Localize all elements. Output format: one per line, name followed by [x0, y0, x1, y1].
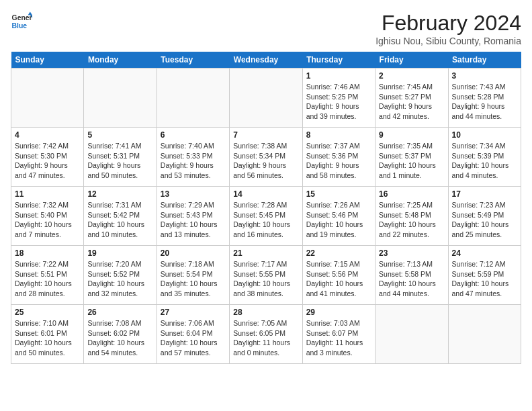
day-number: 27 [161, 308, 226, 317]
svg-text:General: General [12, 14, 32, 21]
day-cell [84, 68, 157, 128]
day-cell: 11Sunrise: 7:32 AMSunset: 5:40 PMDayligh… [11, 187, 84, 246]
day-cell: 18Sunrise: 7:22 AMSunset: 5:51 PMDayligh… [11, 246, 84, 305]
day-info: Sunrise: 7:45 AMSunset: 5:27 PMDaylight:… [379, 82, 444, 122]
day-info: Sunrise: 7:32 AMSunset: 5:40 PMDaylight:… [15, 200, 80, 240]
day-info: Sunrise: 7:15 AMSunset: 5:56 PMDaylight:… [306, 259, 371, 299]
week-row-2: 4Sunrise: 7:42 AMSunset: 5:30 PMDaylight… [11, 128, 521, 187]
svg-text:Blue: Blue [12, 22, 28, 30]
logo: General Blue [11, 11, 32, 32]
day-number: 9 [379, 130, 444, 140]
day-info: Sunrise: 7:03 AMSunset: 6:07 PMDaylight:… [306, 318, 371, 358]
week-row-1: 1Sunrise: 7:46 AMSunset: 5:25 PMDaylight… [11, 68, 521, 128]
day-cell: 2Sunrise: 7:45 AMSunset: 5:27 PMDaylight… [375, 68, 448, 128]
day-cell: 15Sunrise: 7:26 AMSunset: 5:46 PMDayligh… [302, 187, 375, 246]
day-cell: 17Sunrise: 7:23 AMSunset: 5:49 PMDayligh… [448, 187, 521, 246]
day-info: Sunrise: 7:29 AMSunset: 5:43 PMDaylight:… [161, 200, 226, 240]
day-number: 26 [87, 308, 152, 317]
day-number: 24 [452, 248, 517, 258]
day-cell: 6Sunrise: 7:40 AMSunset: 5:33 PMDaylight… [157, 128, 229, 187]
day-info: Sunrise: 7:10 AMSunset: 6:01 PMDaylight:… [15, 318, 80, 358]
day-number: 23 [379, 248, 444, 258]
calendar-body: 1Sunrise: 7:46 AMSunset: 5:25 PMDaylight… [11, 68, 521, 364]
day-number: 17 [452, 189, 517, 199]
month-title: February 2024 [375, 11, 521, 36]
day-info: Sunrise: 7:20 AMSunset: 5:52 PMDaylight:… [87, 259, 152, 299]
day-header-saturday: Saturday [448, 52, 521, 68]
day-header-thursday: Thursday [302, 52, 375, 68]
day-number: 19 [87, 248, 152, 258]
day-number: 2 [379, 71, 444, 81]
day-cell: 10Sunrise: 7:34 AMSunset: 5:39 PMDayligh… [448, 128, 521, 187]
day-number: 12 [87, 189, 152, 199]
day-cell: 13Sunrise: 7:29 AMSunset: 5:43 PMDayligh… [157, 187, 229, 246]
day-info: Sunrise: 7:41 AMSunset: 5:31 PMDaylight:… [87, 141, 152, 181]
day-cell: 22Sunrise: 7:15 AMSunset: 5:56 PMDayligh… [302, 246, 375, 305]
day-info: Sunrise: 7:43 AMSunset: 5:28 PMDaylight:… [452, 82, 517, 122]
day-cell: 19Sunrise: 7:20 AMSunset: 5:52 PMDayligh… [84, 246, 157, 305]
day-number: 14 [233, 189, 298, 199]
day-cell: 16Sunrise: 7:25 AMSunset: 5:48 PMDayligh… [375, 187, 448, 246]
day-cell [11, 68, 84, 128]
day-number: 1 [306, 71, 371, 81]
day-cell [230, 68, 302, 128]
day-cell: 20Sunrise: 7:18 AMSunset: 5:54 PMDayligh… [157, 246, 229, 305]
day-info: Sunrise: 7:25 AMSunset: 5:48 PMDaylight:… [379, 200, 444, 240]
day-cell: 28Sunrise: 7:05 AMSunset: 6:05 PMDayligh… [230, 305, 302, 364]
week-row-3: 11Sunrise: 7:32 AMSunset: 5:40 PMDayligh… [11, 187, 521, 246]
day-number: 21 [233, 248, 298, 258]
day-info: Sunrise: 7:08 AMSunset: 6:02 PMDaylight:… [87, 318, 152, 358]
title-block: February 2024 Ighisu Nou, Sibiu County, … [375, 11, 521, 46]
day-cell: 21Sunrise: 7:17 AMSunset: 5:55 PMDayligh… [230, 246, 302, 305]
day-cell: 29Sunrise: 7:03 AMSunset: 6:07 PMDayligh… [302, 305, 375, 364]
day-cell: 3Sunrise: 7:43 AMSunset: 5:28 PMDaylight… [448, 68, 521, 128]
day-info: Sunrise: 7:12 AMSunset: 5:59 PMDaylight:… [452, 259, 517, 299]
day-number: 3 [452, 71, 517, 81]
day-info: Sunrise: 7:46 AMSunset: 5:25 PMDaylight:… [306, 82, 371, 122]
day-info: Sunrise: 7:37 AMSunset: 5:36 PMDaylight:… [306, 141, 371, 181]
day-info: Sunrise: 7:38 AMSunset: 5:34 PMDaylight:… [233, 141, 298, 181]
day-cell: 8Sunrise: 7:37 AMSunset: 5:36 PMDaylight… [302, 128, 375, 187]
week-row-5: 25Sunrise: 7:10 AMSunset: 6:01 PMDayligh… [11, 305, 521, 364]
day-cell: 24Sunrise: 7:12 AMSunset: 5:59 PMDayligh… [448, 246, 521, 305]
day-cell: 1Sunrise: 7:46 AMSunset: 5:25 PMDaylight… [302, 68, 375, 128]
day-header-wednesday: Wednesday [230, 52, 302, 68]
day-cell [375, 305, 448, 364]
day-number: 4 [15, 130, 80, 140]
day-header-monday: Monday [84, 52, 157, 68]
location-title: Ighisu Nou, Sibiu County, Romania [375, 36, 521, 46]
day-info: Sunrise: 7:05 AMSunset: 6:05 PMDaylight:… [233, 318, 298, 358]
day-number: 11 [15, 189, 80, 199]
day-cell: 23Sunrise: 7:13 AMSunset: 5:58 PMDayligh… [375, 246, 448, 305]
calendar-table: SundayMondayTuesdayWednesdayThursdayFrid… [11, 52, 521, 364]
day-number: 22 [306, 248, 371, 258]
day-cell: 26Sunrise: 7:08 AMSunset: 6:02 PMDayligh… [84, 305, 157, 364]
day-cell: 7Sunrise: 7:38 AMSunset: 5:34 PMDaylight… [230, 128, 302, 187]
day-number: 7 [233, 130, 298, 140]
day-number: 13 [161, 189, 226, 199]
day-number: 18 [15, 248, 80, 258]
day-cell: 27Sunrise: 7:06 AMSunset: 6:04 PMDayligh… [157, 305, 229, 364]
day-cell: 9Sunrise: 7:35 AMSunset: 5:37 PMDaylight… [375, 128, 448, 187]
day-info: Sunrise: 7:31 AMSunset: 5:42 PMDaylight:… [87, 200, 152, 240]
day-number: 15 [306, 189, 371, 199]
day-cell: 14Sunrise: 7:28 AMSunset: 5:45 PMDayligh… [230, 187, 302, 246]
page-header: General Blue February 2024 Ighisu Nou, S… [11, 11, 521, 46]
calendar-header: SundayMondayTuesdayWednesdayThursdayFrid… [11, 52, 521, 68]
day-number: 28 [233, 308, 298, 317]
day-number: 25 [15, 308, 80, 317]
day-info: Sunrise: 7:17 AMSunset: 5:55 PMDaylight:… [233, 259, 298, 299]
day-info: Sunrise: 7:13 AMSunset: 5:58 PMDaylight:… [379, 259, 444, 299]
day-info: Sunrise: 7:22 AMSunset: 5:51 PMDaylight:… [15, 259, 80, 299]
day-info: Sunrise: 7:40 AMSunset: 5:33 PMDaylight:… [161, 141, 226, 181]
day-number: 29 [306, 308, 371, 317]
day-number: 16 [379, 189, 444, 199]
day-number: 8 [306, 130, 371, 140]
day-info: Sunrise: 7:34 AMSunset: 5:39 PMDaylight:… [452, 141, 517, 181]
day-header-tuesday: Tuesday [157, 52, 229, 68]
day-number: 6 [161, 130, 226, 140]
day-cell: 12Sunrise: 7:31 AMSunset: 5:42 PMDayligh… [84, 187, 157, 246]
day-cell: 4Sunrise: 7:42 AMSunset: 5:30 PMDaylight… [11, 128, 84, 187]
week-row-4: 18Sunrise: 7:22 AMSunset: 5:51 PMDayligh… [11, 246, 521, 305]
logo-icon: General Blue [11, 11, 32, 32]
